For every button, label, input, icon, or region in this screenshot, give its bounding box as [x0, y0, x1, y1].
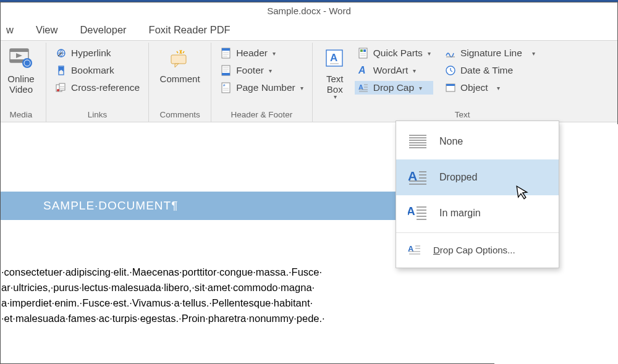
- svg-text:A: A: [408, 205, 415, 218]
- group-media-label: Media: [2, 108, 40, 122]
- svg-rect-14: [222, 48, 230, 51]
- svg-rect-1: [10, 49, 28, 52]
- page-number-label: Page Number: [236, 82, 295, 93]
- text-box-label: Text Box: [326, 74, 344, 95]
- drop-cap-dropped-label: Dropped: [439, 172, 477, 183]
- signature-line-label: Signature Line: [460, 48, 522, 59]
- comment-label: Comment: [160, 74, 200, 84]
- footer-button[interactable]: Footer ▾: [218, 64, 306, 77]
- drop-cap-options-label: Drop Cap Options...: [433, 245, 515, 255]
- ribbon-tabs: w View Developer Foxit Reader PDF: [0, 19, 618, 40]
- page-number-icon: #: [220, 82, 232, 93]
- cross-reference-button[interactable]: Cross-reference: [53, 81, 142, 95]
- caret-icon: ▾: [413, 67, 416, 74]
- text-box-icon: A: [323, 46, 347, 71]
- cross-reference-label: Cross-reference: [71, 82, 140, 93]
- footer-label: Footer: [236, 65, 264, 76]
- text-box-button[interactable]: A Text Box ▾: [319, 45, 351, 100]
- drop-cap-options[interactable]: A Drop Cap Options...: [396, 234, 559, 265]
- in-margin-icon: A: [407, 204, 428, 222]
- svg-rect-28: [446, 84, 455, 86]
- bookmark-button[interactable]: Bookmark: [53, 64, 142, 77]
- hyperlink-icon: [55, 48, 67, 59]
- svg-rect-22: [360, 49, 363, 52]
- svg-text:A: A: [358, 65, 366, 75]
- page-number-button[interactable]: # Page Number ▾: [218, 81, 306, 95]
- online-video-button[interactable]: Online Video: [2, 45, 40, 95]
- svg-marker-7: [59, 67, 64, 72]
- document-body-text: ·consectetuer·adipiscing·elit.·Maecenas·…: [0, 220, 414, 326]
- online-video-icon: [9, 46, 33, 71]
- caret-icon: ▾: [428, 50, 431, 57]
- window-title: Sample.docx - Word: [0, 2, 618, 19]
- svg-point-10: [57, 89, 59, 91]
- header-label: Header: [236, 48, 268, 59]
- object-icon: [444, 82, 457, 93]
- footer-icon: [220, 65, 232, 76]
- wordart-button[interactable]: A WordArt ▾: [355, 64, 433, 77]
- group-text-label: Text: [319, 108, 612, 122]
- ribbon: Online Video Media Hyperlink Bookmark: [0, 40, 618, 122]
- title-text: Sample.docx - Word: [267, 6, 351, 16]
- svg-text:A: A: [330, 52, 337, 64]
- date-time-button[interactable]: Date & Time: [442, 64, 538, 77]
- caret-icon: ▾: [273, 50, 276, 57]
- bookmark-icon: [55, 65, 67, 76]
- svg-marker-3: [16, 53, 22, 58]
- object-button[interactable]: Object ▾: [442, 81, 538, 95]
- group-comments-label: Comments: [155, 108, 205, 122]
- hyperlink-label: Hyperlink: [71, 48, 111, 59]
- none-icon: [407, 132, 428, 151]
- dropped-icon: A: [407, 168, 428, 187]
- date-time-label: Date & Time: [460, 65, 513, 76]
- menu-separator: [396, 232, 559, 233]
- caret-icon: ▾: [497, 85, 500, 91]
- header-button[interactable]: Header ▾: [218, 46, 306, 60]
- online-video-label: Online Video: [7, 74, 34, 95]
- object-label: Object: [460, 82, 488, 93]
- tab-developer[interactable]: Developer: [80, 24, 126, 36]
- mouse-cursor: [515, 184, 530, 205]
- svg-text:A: A: [408, 244, 414, 253]
- svg-marker-12: [175, 64, 179, 67]
- signature-line-icon: [444, 48, 457, 59]
- caret-icon: ▾: [419, 85, 422, 91]
- svg-rect-23: [363, 49, 366, 52]
- wordart-label: WordArt: [373, 65, 408, 76]
- tab-foxit[interactable]: Foxit Reader PDF: [149, 24, 231, 36]
- date-time-icon: [444, 65, 457, 76]
- caret-icon: ▾: [334, 93, 337, 100]
- drop-cap-none[interactable]: None: [396, 124, 559, 159]
- svg-point-4: [22, 58, 32, 68]
- drop-cap-none-label: None: [439, 136, 463, 147]
- comment-icon: [167, 46, 192, 71]
- drop-cap-dropped[interactable]: A Dropped: [396, 159, 559, 195]
- group-links-label: Links: [53, 108, 142, 122]
- drop-cap-button[interactable]: A Drop Cap ▾: [355, 81, 433, 95]
- quick-parts-icon: [357, 48, 370, 59]
- drop-cap-in-margin-label: In margin: [439, 208, 481, 219]
- hyperlink-button[interactable]: Hyperlink: [53, 46, 142, 60]
- signature-line-button[interactable]: Signature Line ▾: [442, 46, 538, 60]
- caret-icon: ▾: [269, 67, 272, 74]
- svg-rect-11: [171, 55, 186, 64]
- quick-parts-button[interactable]: Quick Parts ▾: [355, 46, 433, 60]
- drop-cap-options-icon: A: [407, 240, 422, 259]
- caret-icon: ▾: [300, 85, 303, 91]
- quick-parts-label: Quick Parts: [373, 48, 423, 59]
- bookmark-label: Bookmark: [71, 65, 114, 76]
- drop-cap-icon: A: [357, 82, 370, 93]
- tab-partial[interactable]: w: [6, 24, 14, 36]
- cross-reference-icon: [55, 82, 67, 93]
- drop-cap-menu: None A Dropped A In margin A Drop Cap Op…: [396, 121, 559, 268]
- header-icon: [220, 48, 232, 59]
- drop-cap-label: Drop Cap: [373, 82, 414, 93]
- wordart-icon: A: [357, 65, 370, 76]
- caret-icon: ▾: [532, 50, 535, 57]
- svg-rect-21: [359, 48, 367, 58]
- svg-rect-16: [222, 73, 230, 75]
- tab-view[interactable]: View: [36, 24, 57, 36]
- group-headerfooter-label: Header & Footer: [218, 108, 306, 122]
- drop-cap-in-margin[interactable]: A In margin: [396, 195, 559, 231]
- comment-button[interactable]: Comment: [155, 45, 205, 84]
